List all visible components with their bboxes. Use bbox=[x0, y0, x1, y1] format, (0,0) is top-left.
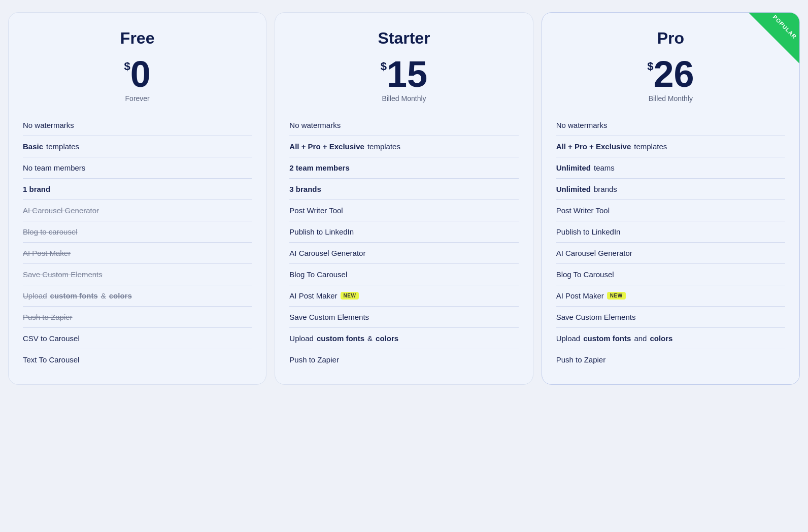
feature-rest: templates bbox=[634, 142, 667, 151]
feature-text: Post Writer Tool bbox=[556, 206, 610, 215]
feature-row-free-2: No team members bbox=[23, 157, 252, 179]
feature-row-pro-4: Post Writer Tool bbox=[556, 200, 785, 221]
pricing-container: Free $ 0 Forever No watermarksBasic temp… bbox=[8, 12, 800, 385]
feature-bold: 1 brand bbox=[23, 185, 50, 193]
price-period-free: Forever bbox=[23, 94, 252, 103]
feature-text: Blog to carousel bbox=[23, 227, 78, 236]
feature-text: No team members bbox=[23, 163, 85, 172]
feature-row-starter-0: No watermarks bbox=[289, 115, 518, 136]
feature-bold-end: colors bbox=[650, 334, 672, 343]
popular-badge-text: POPULAR bbox=[772, 14, 798, 40]
feature-row-free-8: Upload custom fonts & colors bbox=[23, 285, 252, 307]
feature-text: No watermarks bbox=[556, 121, 608, 129]
feature-text: Post Writer Tool bbox=[289, 206, 343, 215]
feature-row-pro-11: Push to Zapier bbox=[556, 349, 785, 370]
feature-text: Publish to LinkedIn bbox=[289, 227, 354, 236]
feature-connector: & bbox=[367, 334, 373, 343]
feature-text: Publish to LinkedIn bbox=[556, 227, 621, 236]
feature-rest: templates bbox=[46, 142, 79, 151]
feature-bold: 3 brands bbox=[289, 185, 321, 193]
feature-text: Upload bbox=[23, 291, 47, 300]
feature-row-pro-2: Unlimited teams bbox=[556, 157, 785, 179]
feature-bold-end: colors bbox=[109, 291, 132, 300]
feature-row-free-1: Basic templates bbox=[23, 136, 252, 157]
feature-text: Push to Zapier bbox=[556, 355, 606, 364]
feature-row-free-7: Save Custom Elements bbox=[23, 264, 252, 285]
feature-bold: custom fonts bbox=[317, 334, 364, 343]
plan-name-free: Free bbox=[23, 29, 252, 48]
feature-text: Blog To Carousel bbox=[289, 270, 347, 279]
popular-badge: POPULAR bbox=[749, 13, 799, 63]
feature-bold: All + Pro + Exclusive bbox=[556, 142, 631, 151]
feature-text: AI Post Maker bbox=[556, 291, 604, 300]
feature-row-pro-9: Save Custom Elements bbox=[556, 307, 785, 328]
feature-row-starter-10: Upload custom fonts & colors bbox=[289, 328, 518, 349]
feature-row-free-11: Text To Carousel bbox=[23, 349, 252, 370]
feature-row-starter-11: Push to Zapier bbox=[289, 349, 518, 370]
feature-bold: All + Pro + Exclusive bbox=[289, 142, 364, 151]
feature-connector: and bbox=[634, 334, 647, 343]
feature-row-pro-5: Publish to LinkedIn bbox=[556, 221, 785, 243]
feature-text: Upload bbox=[556, 334, 581, 343]
feature-rest: teams bbox=[594, 163, 615, 172]
price-period-starter: Billed Monthly bbox=[289, 94, 518, 103]
feature-text: AI Carousel Generator bbox=[23, 206, 99, 215]
feature-row-pro-0: No watermarks bbox=[556, 115, 785, 136]
feature-row-starter-8: AI Post Maker NEW bbox=[289, 285, 518, 307]
feature-text: AI Post Maker bbox=[289, 291, 337, 300]
feature-text: Push to Zapier bbox=[289, 355, 339, 364]
plan-card-pro: POPULAR Pro $ 26 Billed Monthly No water… bbox=[542, 12, 800, 385]
price-number-starter: 15 bbox=[387, 56, 427, 92]
feature-bold: 2 team members bbox=[289, 163, 349, 172]
feature-row-free-4: AI Carousel Generator bbox=[23, 200, 252, 221]
feature-bold: custom fonts bbox=[50, 291, 98, 300]
feature-text: No watermarks bbox=[23, 121, 74, 129]
feature-row-starter-9: Save Custom Elements bbox=[289, 307, 518, 328]
feature-text: No watermarks bbox=[289, 121, 341, 129]
feature-text: AI Post Maker bbox=[23, 249, 71, 257]
feature-text: Save Custom Elements bbox=[556, 313, 636, 321]
price-block-free: $ 0 Forever bbox=[23, 56, 252, 103]
price-dollar-pro: $ bbox=[647, 60, 653, 73]
feature-row-free-9: Push to Zapier bbox=[23, 307, 252, 328]
feature-rest: templates bbox=[367, 142, 400, 151]
price-number-pro: 26 bbox=[653, 56, 694, 92]
feature-row-starter-3: 3 brands bbox=[289, 179, 518, 200]
price-dollar-starter: $ bbox=[381, 60, 387, 73]
feature-row-starter-5: Publish to LinkedIn bbox=[289, 221, 518, 243]
feature-bold: Unlimited bbox=[556, 163, 591, 172]
new-badge: NEW bbox=[607, 292, 626, 300]
feature-row-pro-1: All + Pro + Exclusive templates bbox=[556, 136, 785, 157]
feature-row-starter-1: All + Pro + Exclusive templates bbox=[289, 136, 518, 157]
feature-row-pro-6: AI Carousel Generator bbox=[556, 243, 785, 264]
feature-text: Save Custom Elements bbox=[23, 270, 103, 279]
feature-row-free-5: Blog to carousel bbox=[23, 221, 252, 243]
feature-row-pro-10: Upload custom fonts and colors bbox=[556, 328, 785, 349]
feature-row-pro-7: Blog To Carousel bbox=[556, 264, 785, 285]
price-amount-starter: $ 15 bbox=[289, 56, 518, 92]
feature-bold: Unlimited bbox=[556, 185, 591, 193]
price-number-free: 0 bbox=[130, 56, 151, 92]
plan-name-starter: Starter bbox=[289, 29, 518, 48]
feature-text: Push to Zapier bbox=[23, 313, 73, 321]
feature-row-starter-2: 2 team members bbox=[289, 157, 518, 179]
feature-row-pro-3: Unlimited brands bbox=[556, 179, 785, 200]
feature-bold: Basic bbox=[23, 142, 43, 151]
feature-bold-end: colors bbox=[376, 334, 398, 343]
feature-rest: brands bbox=[594, 185, 617, 193]
feature-text: Text To Carousel bbox=[23, 355, 79, 364]
feature-row-starter-4: Post Writer Tool bbox=[289, 200, 518, 221]
feature-connector: & bbox=[101, 291, 106, 300]
feature-row-free-6: AI Post Maker bbox=[23, 243, 252, 264]
price-dollar-free: $ bbox=[124, 60, 130, 73]
feature-row-starter-7: Blog To Carousel bbox=[289, 264, 518, 285]
feature-text: Blog To Carousel bbox=[556, 270, 614, 279]
feature-row-pro-8: AI Post Maker NEW bbox=[556, 285, 785, 307]
price-block-starter: $ 15 Billed Monthly bbox=[289, 56, 518, 103]
feature-text: CSV to Carousel bbox=[23, 334, 80, 343]
plan-card-starter: Starter $ 15 Billed Monthly No watermark… bbox=[275, 12, 533, 385]
feature-text: AI Carousel Generator bbox=[289, 249, 365, 257]
feature-bold: custom fonts bbox=[583, 334, 631, 343]
plan-card-free: Free $ 0 Forever No watermarksBasic temp… bbox=[8, 12, 266, 385]
feature-row-free-3: 1 brand bbox=[23, 179, 252, 200]
